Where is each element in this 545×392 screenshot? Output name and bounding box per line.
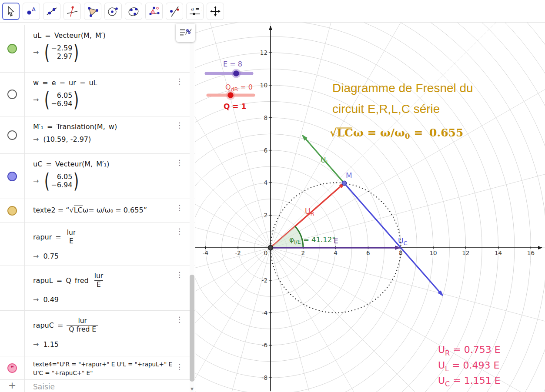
quote-icon: ❞ xyxy=(10,365,14,371)
algebra-row-texte2[interactable]: texte2 = “√LCω= ω/ω₀ = 0.655” ⋮ xyxy=(0,199,195,223)
radicand: LC xyxy=(74,206,83,214)
algebra-row-texte4[interactable]: ❞ texte4="U'R = "+rapur+" E U'L = "+rapu… xyxy=(0,356,195,380)
svg-text:2: 2 xyxy=(264,212,267,219)
visibility-marble-text[interactable]: ❞ xyxy=(7,363,17,373)
svg-text:6: 6 xyxy=(366,249,370,256)
formula-text[interactable]: √LCω = ω/ω0 = 0.655 xyxy=(330,126,463,140)
value: 0.49 xyxy=(43,296,59,304)
slider-e-label: E = 8 xyxy=(223,60,242,68)
label-ur[interactable]: UR xyxy=(305,207,314,217)
perpendicular-line-tool[interactable] xyxy=(64,3,81,20)
move-graphics-tool[interactable] xyxy=(207,3,224,20)
label-m[interactable]: M xyxy=(346,171,352,180)
vector-x: 6.05 xyxy=(57,173,73,181)
slider-q-knob[interactable] xyxy=(227,92,234,98)
algebra-row-rapuC[interactable]: rapuC = lur Q fred E → 1.15 ⋮ xyxy=(0,311,195,356)
origin-label: 0 xyxy=(264,249,267,256)
algebra-row-rapur[interactable]: rapur = lur E → 0.75 ⋮ xyxy=(0,223,195,266)
svg-text:-2: -2 xyxy=(262,277,267,284)
scrollbar-down-icon[interactable]: ▼ xyxy=(190,386,194,392)
graphics-view[interactable]: -4 -2 2 4 6 8 10 12 14 16 0 12 10 8 6 xyxy=(195,23,545,392)
visibility-marble[interactable] xyxy=(7,172,17,181)
point-tool[interactable]: A xyxy=(23,3,40,20)
q-value-label[interactable]: Q = 1 xyxy=(224,102,246,111)
kebab-menu-icon[interactable]: ⋮ xyxy=(176,316,182,323)
text-line2: U'C = "+rapuC+" E" xyxy=(33,369,179,377)
visibility-marble[interactable] xyxy=(7,130,17,140)
kebab-menu-icon[interactable]: ⋮ xyxy=(176,228,182,235)
kebab-menu-icon[interactable]: ⋮ xyxy=(176,159,182,166)
visibility-marble[interactable] xyxy=(7,206,17,216)
slider-q[interactable]: QdB = 0 xyxy=(208,83,254,100)
svg-text:-2: -2 xyxy=(235,249,241,256)
polygon-icon xyxy=(87,5,99,17)
algebra-row-w[interactable]: w = e − ur − uL → ( 6.05 −6.94 ) ⋮ xyxy=(0,73,195,116)
result-ul: UL = 0.493 E xyxy=(438,360,499,373)
vector-x: 6.05 xyxy=(57,92,73,100)
diagram-title-line1[interactable]: Diagramme de Fresnel du xyxy=(332,81,473,95)
slider-e-knob[interactable] xyxy=(233,70,239,76)
polygon-tool[interactable] xyxy=(84,3,101,20)
output-arrow: → xyxy=(33,177,39,185)
kebab-menu-icon[interactable]: ⋮ xyxy=(176,122,182,129)
definition: uL = Vecteur(M, M′) xyxy=(33,31,176,40)
polar-grid xyxy=(195,23,545,392)
visibility-marble[interactable] xyxy=(7,90,17,99)
angle-tool[interactable] xyxy=(145,3,163,20)
point-m[interactable] xyxy=(342,181,346,185)
svg-text:a = 2: a = 2 xyxy=(191,6,201,12)
algebra-style-button[interactable] xyxy=(176,24,195,42)
fraction: lur Q fred E xyxy=(67,317,98,334)
algebra-scrollbar[interactable]: ▼ xyxy=(190,23,194,392)
algebra-input[interactable]: Saisie xyxy=(25,380,55,392)
circle-tool[interactable] xyxy=(104,3,122,20)
visibility-marble[interactable] xyxy=(7,44,17,53)
algebra-row-uL[interactable]: uL = Vecteur(M, M′) → ( −2.59 2.97 ) xyxy=(0,25,195,73)
algebra-style-icon xyxy=(180,28,192,38)
vector-uc[interactable] xyxy=(344,183,442,296)
algebra-row-M1[interactable]: M′₁ = Translation(M, w) → (10.59, -2.97)… xyxy=(0,116,195,154)
results-text[interactable]: UR = 0.753 E UL = 0.493 E UC = 1.151 E xyxy=(438,344,501,388)
scrollbar-thumb[interactable] xyxy=(190,275,194,382)
svg-text:12: 12 xyxy=(260,49,267,56)
point-icon: A xyxy=(25,6,37,17)
diagram-title-line2[interactable]: circuit E,R,L,C série xyxy=(332,102,440,116)
svg-text:A: A xyxy=(32,6,36,13)
vector-y: 2.97 xyxy=(57,53,73,61)
ellipse-icon xyxy=(127,5,140,17)
point-value: (10.59, -2.97) xyxy=(43,135,91,143)
label-uc[interactable]: UC xyxy=(398,236,408,246)
add-expression-icon[interactable]: + xyxy=(0,380,25,392)
vector-value: ( 6.05 −6.94 ) xyxy=(43,173,80,189)
svg-text:16: 16 xyxy=(527,249,535,256)
kebab-menu-icon[interactable]: ⋮ xyxy=(176,271,182,279)
kebab-menu-icon[interactable]: ⋮ xyxy=(176,78,182,85)
ellipse-tool[interactable] xyxy=(125,3,142,20)
fraction: lur E xyxy=(65,229,78,246)
label-ul[interactable]: UL xyxy=(321,156,329,166)
svg-text:-8: -8 xyxy=(262,374,267,381)
input-bar[interactable]: + Saisie xyxy=(0,380,195,392)
algebra-row-uC[interactable]: uC = Vecteur(M, M′₁) → ( 6.05 −6.94 ) ⋮ xyxy=(0,154,195,199)
definition: rapuC = xyxy=(33,321,63,329)
kebab-menu-icon[interactable]: ⋮ xyxy=(176,204,182,212)
reflection-tool[interactable] xyxy=(166,3,183,20)
definition: rapur = xyxy=(33,233,61,241)
sqrt-symbol: √ xyxy=(69,206,74,214)
result-ur: UR = 0.753 E xyxy=(438,344,501,357)
output-arrow: → xyxy=(33,340,39,349)
svg-text:14: 14 xyxy=(495,249,502,256)
svg-text:12: 12 xyxy=(462,249,469,256)
kebab-menu-icon[interactable]: ⋮ xyxy=(176,363,182,371)
line-tool[interactable] xyxy=(43,3,60,20)
vector-y: −6.94 xyxy=(51,100,72,108)
algebra-row-rapuL[interactable]: rapuL = Q fred lur E → 0.49 ⋮ xyxy=(0,266,195,311)
axes: -4 -2 2 4 6 8 10 12 14 16 0 12 10 8 6 xyxy=(195,26,542,391)
origin-point[interactable] xyxy=(268,246,273,250)
text-line1: texte4="U'R = "+rapur+" E U'L = "+rapuL+… xyxy=(33,360,179,369)
move-tool[interactable] xyxy=(2,3,20,20)
slider-tool[interactable]: a = 2 xyxy=(186,3,204,20)
text-pre: texte2 = “ xyxy=(33,206,69,214)
slider-e[interactable]: E = 8 xyxy=(206,60,252,78)
slider-icon: a = 2 xyxy=(188,5,201,17)
